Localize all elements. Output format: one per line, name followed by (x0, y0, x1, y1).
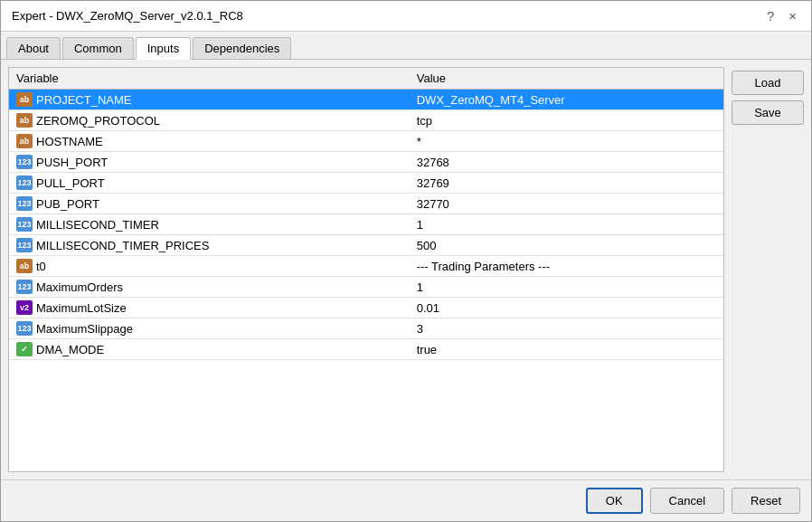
cell-value: 3 (410, 318, 723, 339)
cell-variable: 123MaximumOrders (9, 277, 410, 298)
title-bar-controls: ? × (763, 8, 800, 24)
123-icon: 123 (16, 155, 33, 169)
cell-variable: 123MILLISECOND_TIMER (9, 214, 410, 235)
123-icon: 123 (16, 280, 33, 294)
tab-about[interactable]: About (6, 37, 61, 59)
help-button[interactable]: ? (763, 8, 778, 24)
variables-table-container: Variable Value abPROJECT_NAMEDWX_ZeroMQ_… (8, 67, 724, 472)
cell-variable: 123PUSH_PORT (9, 152, 410, 173)
cell-value: * (410, 131, 723, 152)
table-row[interactable]: v2MaximumLotSize0.01 (9, 298, 723, 318)
tab-inputs[interactable]: Inputs (136, 37, 191, 60)
123-icon: 123 (16, 321, 33, 336)
tab-common[interactable]: Common (62, 37, 134, 59)
123-icon: 123 (16, 176, 33, 190)
check-icon: ✓ (16, 342, 33, 356)
cell-value: 32770 (410, 194, 723, 214)
table-row[interactable]: 123MILLISECOND_TIMER1 (9, 214, 723, 235)
cell-variable: 123PUB_PORT (9, 194, 410, 214)
window-title: Expert - DWX_ZeroMQ_Server_v2.0.1_RC8 (12, 9, 243, 23)
table-row[interactable]: 123MILLISECOND_TIMER_PRICES500 (9, 235, 723, 256)
ab-icon: ab (16, 92, 33, 107)
cell-variable: 123MILLISECOND_TIMER_PRICES (9, 235, 410, 256)
cell-value: tcp (410, 110, 723, 131)
123-icon: 123 (16, 238, 33, 252)
table-row[interactable]: abHOSTNAME* (9, 131, 723, 152)
table-row[interactable]: 123PUB_PORT32770 (9, 194, 723, 214)
load-button[interactable]: Load (732, 71, 804, 95)
123-icon: 123 (16, 217, 33, 232)
cell-variable: abt0 (9, 256, 410, 277)
123-icon: 123 (16, 196, 33, 211)
cancel-button[interactable]: Cancel (650, 488, 724, 514)
cell-value: 32769 (410, 173, 723, 194)
table-row[interactable]: ✓DMA_MODEtrue (9, 339, 723, 360)
title-bar: Expert - DWX_ZeroMQ_Server_v2.0.1_RC8 ? … (1, 1, 811, 32)
ab-icon: ab (16, 259, 33, 273)
cell-value: --- Trading Parameters --- (410, 256, 723, 277)
cell-value: 1 (410, 214, 723, 235)
side-buttons-panel: Load Save (732, 67, 804, 472)
table-row[interactable]: 123MaximumOrders1 (9, 277, 723, 298)
ab-icon: ab (16, 134, 33, 148)
table-row[interactable]: abZEROMQ_PROTOCOLtcp (9, 110, 723, 131)
column-header-variable: Variable (9, 68, 410, 90)
cell-variable: 123PULL_PORT (9, 173, 410, 194)
cell-variable: 123MaximumSlippage (9, 318, 410, 339)
cell-value: 32768 (410, 152, 723, 173)
ab-icon: ab (16, 113, 33, 128)
cell-variable: ✓DMA_MODE (9, 339, 410, 360)
ok-button[interactable]: OK (586, 488, 643, 514)
table-row[interactable]: 123MaximumSlippage3 (9, 318, 723, 339)
table-row[interactable]: abPROJECT_NAMEDWX_ZeroMQ_MT4_Server (9, 90, 723, 110)
column-header-value: Value (410, 68, 723, 90)
cell-value: true (410, 339, 723, 360)
table-row[interactable]: abt0--- Trading Parameters --- (9, 256, 723, 277)
tab-dependencies[interactable]: Dependencies (193, 37, 291, 59)
cell-value: 0.01 (410, 298, 723, 318)
cell-value: 1 (410, 277, 723, 298)
table-row[interactable]: 123PULL_PORT32769 (9, 173, 723, 194)
cell-value: 500 (410, 235, 723, 256)
variables-table: Variable Value abPROJECT_NAMEDWX_ZeroMQ_… (9, 68, 723, 360)
footer: OK Cancel Reset (1, 479, 811, 521)
tab-bar: About Common Inputs Dependencies (1, 32, 811, 60)
cell-variable: abZEROMQ_PROTOCOL (9, 110, 410, 131)
reset-button[interactable]: Reset (732, 488, 800, 514)
cell-value: DWX_ZeroMQ_MT4_Server (410, 90, 723, 110)
cell-variable: abPROJECT_NAME (9, 90, 410, 110)
v2-icon: v2 (16, 300, 33, 315)
table-header-row: Variable Value (9, 68, 723, 90)
cell-variable: abHOSTNAME (9, 131, 410, 152)
main-window: Expert - DWX_ZeroMQ_Server_v2.0.1_RC8 ? … (0, 0, 812, 522)
main-content: Variable Value abPROJECT_NAMEDWX_ZeroMQ_… (1, 60, 811, 479)
close-button[interactable]: × (785, 8, 800, 24)
cell-variable: v2MaximumLotSize (9, 298, 410, 318)
save-button[interactable]: Save (732, 100, 804, 125)
table-row[interactable]: 123PUSH_PORT32768 (9, 152, 723, 173)
